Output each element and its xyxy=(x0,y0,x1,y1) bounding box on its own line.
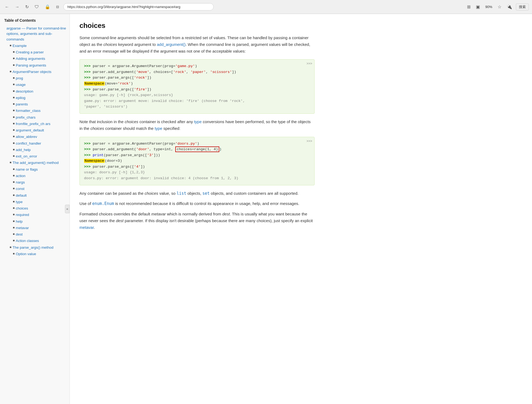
search-button[interactable]: 搜索 xyxy=(516,3,529,10)
sidebar-link-add-help[interactable]: add_help xyxy=(16,147,31,153)
sidebar-link-example[interactable]: Example xyxy=(13,43,27,49)
sidebar-link-adding-arguments[interactable]: Adding arguments xyxy=(16,56,45,62)
sidebar-link-metavar[interactable]: metavar xyxy=(16,225,29,231)
sidebar-link-default[interactable]: default xyxy=(16,193,27,199)
set-link[interactable]: set xyxy=(202,191,210,196)
sidebar-link-description[interactable]: description xyxy=(16,89,33,94)
sidebar-link-usage[interactable]: usage xyxy=(16,82,26,88)
shield-icon[interactable]: 🛡 xyxy=(33,3,41,10)
sidebar-link-const[interactable]: const xyxy=(16,186,24,192)
sidebar-link-prog[interactable]: prog xyxy=(16,75,23,81)
metavar-italic: metavar xyxy=(151,212,166,216)
sidebar-item-conflict-handler[interactable]: ■ conflict_handler xyxy=(4,140,66,147)
url-bar[interactable] xyxy=(63,3,214,10)
sidebar-item-prog[interactable]: ■ prog xyxy=(4,75,66,82)
sidebar-item-default[interactable]: ■ default xyxy=(4,192,66,199)
sidebar-link-creating-parser[interactable]: Creating a parser xyxy=(16,49,44,55)
type-link-2[interactable]: type xyxy=(155,126,162,131)
sidebar-link-name-or-flags[interactable]: name or flags xyxy=(16,167,38,172)
back-button[interactable]: ← xyxy=(3,3,11,10)
sidebar-link-required[interactable]: required xyxy=(16,212,29,218)
sidebar-item-add-argument[interactable]: ■ The add_argument() method xyxy=(4,160,66,166)
page-icon[interactable]: ▣ xyxy=(474,3,482,10)
dash-action-classes: ■ xyxy=(13,239,15,242)
sidebar-link-epilog[interactable]: epilog xyxy=(16,95,25,101)
split-icon[interactable]: ⊟ xyxy=(54,4,61,10)
sidebar-item-fromfile-prefix[interactable]: ■ fromfile_prefix_ch ars xyxy=(4,121,66,127)
sidebar-link-option-value[interactable]: Option value xyxy=(16,251,36,257)
sidebar-item-type[interactable]: ■ type xyxy=(4,199,66,205)
sidebar-link-parse-args[interactable]: The parse_args() method xyxy=(13,245,53,251)
list-link[interactable]: list xyxy=(177,191,186,196)
sidebar-item-const[interactable]: ■ const xyxy=(4,186,66,192)
sidebar-link-prefix-chars[interactable]: prefix_chars xyxy=(16,115,36,120)
sidebar-link-argument-default[interactable]: argument_default xyxy=(16,127,44,133)
sidebar-item-description[interactable]: ■ description xyxy=(4,88,66,95)
sidebar-item-example[interactable]: ■ Example xyxy=(4,43,66,49)
enum-link[interactable]: enum.Enum xyxy=(92,201,114,206)
sidebar-item-argparse[interactable]: argparse — Parser for command-line optio… xyxy=(4,25,66,43)
browser-chrome: ← → ↻ 🛡 🔒 ⊟ ⊞ ▣ 90% ☆ 🔌 搜索 xyxy=(0,0,532,14)
sidebar-link-action-classes[interactable]: Action classes xyxy=(16,238,39,244)
sidebar-item-epilog[interactable]: ■ epilog xyxy=(4,95,66,101)
star-icon[interactable]: ☆ xyxy=(496,3,503,10)
collapse-sidebar-button[interactable]: « xyxy=(65,205,70,213)
sidebar-item-allow-abbrev[interactable]: ■ allow_abbrev xyxy=(4,134,66,140)
sidebar-item-formatter-class[interactable]: ■ formatter_class xyxy=(4,108,66,114)
add-argument-link[interactable]: add_argument() xyxy=(157,42,186,47)
lock-icon[interactable]: 🔒 xyxy=(43,3,52,10)
sidebar-link-parsing-arguments[interactable]: Parsing arguments xyxy=(16,63,46,68)
sidebar-item-option-value[interactable]: ■ Option value xyxy=(4,251,66,257)
metavar-link[interactable]: metavar xyxy=(79,225,94,230)
sidebar-item-creating-parser[interactable]: ■ Creating a parser xyxy=(4,49,66,56)
sidebar-item-action-classes[interactable]: ■ Action classes xyxy=(4,238,66,244)
sidebar-item-usage[interactable]: ■ usage xyxy=(4,82,66,88)
sidebar-link-formatter-class[interactable]: formatter_class xyxy=(16,108,41,114)
sidebar-link-fromfile[interactable]: fromfile_prefix_ch ars xyxy=(16,121,50,127)
sidebar-link-allow-abbrev[interactable]: allow_abbrev xyxy=(16,134,37,140)
sidebar-item-name-or-flags[interactable]: ■ name or flags xyxy=(4,166,66,173)
sidebar-link-type[interactable]: type xyxy=(16,199,23,205)
sidebar-link-choices[interactable]: choices xyxy=(16,205,28,211)
sidebar-link-action[interactable]: action xyxy=(16,173,25,179)
code2-line-1: >>> parser = argparse.ArgumentParser(pro… xyxy=(84,141,310,147)
sidebar-item-add-help[interactable]: ■ add_help xyxy=(4,147,66,153)
sidebar-link-argumentparser[interactable]: ArgumentParser objects xyxy=(13,69,52,75)
sidebar-item-parse-args[interactable]: ■ The parse_args() method xyxy=(4,244,66,251)
type-link-1[interactable]: type xyxy=(194,119,202,124)
sidebar-item-prefix-chars[interactable]: ■ prefix_chars xyxy=(4,114,66,121)
sidebar-link-dest[interactable]: dest xyxy=(16,232,23,237)
sidebar-link-argparse[interactable]: argparse — Parser for command-line optio… xyxy=(6,25,66,42)
forward-button[interactable]: → xyxy=(13,3,21,10)
sidebar-item-nargs[interactable]: ■ nargs xyxy=(4,179,66,186)
sidebar-item-required[interactable]: ■ required xyxy=(4,212,66,218)
sidebar-item-help[interactable]: ■ help xyxy=(4,218,66,225)
sidebar-item-parsing-arguments[interactable]: ■ Parsing arguments xyxy=(4,62,66,69)
sidebar-item-action[interactable]: ■ action xyxy=(4,173,66,179)
copy-button-2[interactable]: >>> xyxy=(307,139,312,143)
sidebar-item-adding-arguments[interactable]: ■ Adding arguments xyxy=(4,56,66,62)
copy-button-1[interactable]: >>> xyxy=(307,62,312,65)
sidebar-link-nargs[interactable]: nargs xyxy=(16,179,25,185)
zoom-level[interactable]: 90% xyxy=(484,4,494,10)
sidebar-link-conflict-handler[interactable]: conflict_handler xyxy=(16,141,41,146)
sidebar-item-argument-default[interactable]: ■ argument_default xyxy=(4,127,66,134)
sidebar-link-help[interactable]: help xyxy=(16,219,23,225)
qr-icon[interactable]: ⊞ xyxy=(465,3,472,10)
dash-usage: ■ xyxy=(13,83,15,86)
sidebar-item-exit-on-error[interactable]: ■ exit_on_error xyxy=(4,153,66,160)
sidebar-item-argumentparser[interactable]: ■ ArgumentParser objects xyxy=(4,69,66,75)
sidebar-item-metavar[interactable]: ■ metavar xyxy=(4,225,66,231)
sidebar-link-exit-on-error[interactable]: exit_on_error xyxy=(16,153,37,159)
sidebar-item-choices[interactable]: ■ choices xyxy=(4,205,66,212)
dash-argdefault: ■ xyxy=(13,128,15,131)
sidebar-link-add-argument[interactable]: The add_argument() method xyxy=(13,160,59,166)
page-container: Table of Contents argparse — Parser for … xyxy=(0,14,532,404)
refresh-button[interactable]: ↻ xyxy=(24,3,30,10)
sidebar-link-parents[interactable]: parents xyxy=(16,101,28,107)
extension-icon[interactable]: 🔌 xyxy=(505,3,514,10)
sidebar-item-dest[interactable]: ■ dest xyxy=(4,231,66,238)
dash-icon-3: ■ xyxy=(13,63,15,67)
dash-metavar: ■ xyxy=(13,226,15,229)
sidebar-item-parents[interactable]: ■ parents xyxy=(4,101,66,108)
